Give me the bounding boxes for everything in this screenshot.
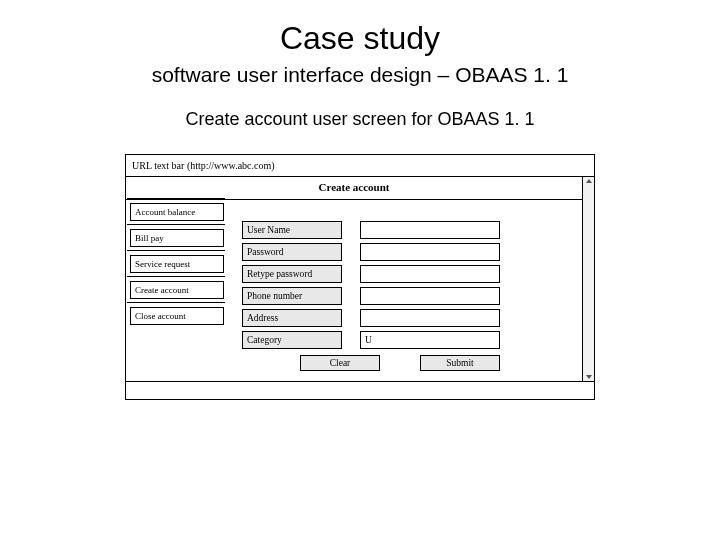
sidebar-item-label: Create account bbox=[135, 285, 189, 295]
vertical-scrollbar[interactable] bbox=[582, 177, 594, 381]
sidebar: Account balance Bill pay Service request… bbox=[130, 203, 224, 333]
sidebar-item-label: Account balance bbox=[135, 207, 195, 217]
sidebar-item-label: Bill pay bbox=[135, 233, 164, 243]
label-password: Password bbox=[242, 243, 342, 261]
url-text: URL text bar (http://www.abc.com) bbox=[132, 160, 275, 171]
sidebar-item-close-account[interactable]: Close account bbox=[130, 307, 224, 325]
form-area: User Name Password Retype password Phone… bbox=[242, 221, 500, 371]
input-password[interactable] bbox=[360, 243, 500, 261]
page-heading: Create account bbox=[126, 177, 582, 199]
submit-button[interactable]: Submit bbox=[420, 355, 500, 371]
slide-subtitle: software user interface design – OBAAS 1… bbox=[50, 63, 670, 87]
url-bar[interactable]: URL text bar (http://www.abc.com) bbox=[126, 155, 594, 177]
sidebar-item-label: Service request bbox=[135, 259, 190, 269]
sidebar-item-bill-pay[interactable]: Bill pay bbox=[130, 229, 224, 247]
sidebar-item-service-request[interactable]: Service request bbox=[130, 255, 224, 273]
input-retype-password[interactable] bbox=[360, 265, 500, 283]
label-retype-password: Retype password bbox=[242, 265, 342, 283]
label-username: User Name bbox=[242, 221, 342, 239]
status-bar bbox=[126, 381, 594, 399]
sidebar-item-create-account[interactable]: Create account bbox=[130, 281, 224, 299]
label-category: Category bbox=[242, 331, 342, 349]
sidebar-item-label: Close account bbox=[135, 311, 186, 321]
browser-mockup: URL text bar (http://www.abc.com) Create… bbox=[125, 154, 595, 400]
label-phone-number: Phone number bbox=[242, 287, 342, 305]
label-address: Address bbox=[242, 309, 342, 327]
slide-caption: Create account user screen for OBAAS 1. … bbox=[50, 109, 670, 130]
scroll-up-icon bbox=[586, 179, 592, 183]
clear-button[interactable]: Clear bbox=[300, 355, 380, 371]
input-username[interactable] bbox=[360, 221, 500, 239]
input-address[interactable] bbox=[360, 309, 500, 327]
slide-title: Case study bbox=[50, 20, 670, 57]
input-phone-number[interactable] bbox=[360, 287, 500, 305]
scroll-down-icon bbox=[586, 375, 592, 379]
sidebar-item-account-balance[interactable]: Account balance bbox=[130, 203, 224, 221]
input-category[interactable]: U bbox=[360, 331, 500, 349]
